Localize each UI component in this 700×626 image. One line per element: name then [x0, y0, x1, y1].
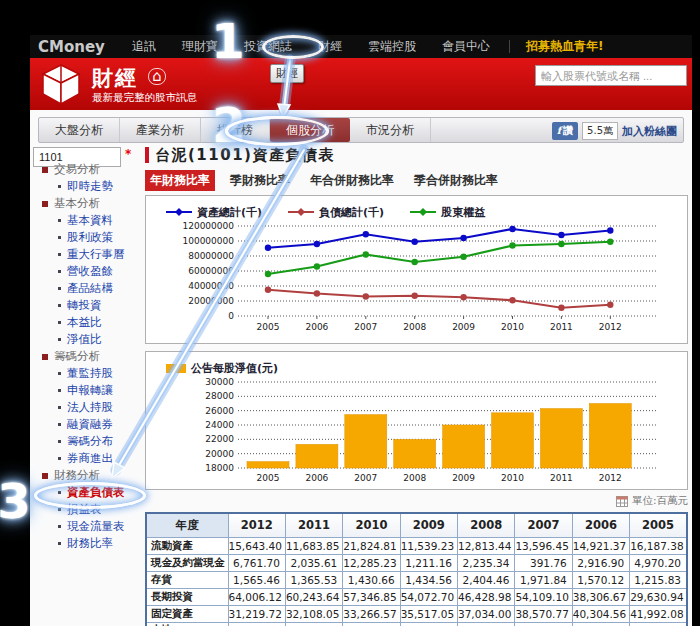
- subtab-季合併財務比率[interactable]: 季合併財務比率: [409, 170, 503, 191]
- topnav-item-理財寶[interactable]: 理財寶: [169, 38, 231, 55]
- cell-value: 15,643.40: [228, 537, 285, 554]
- sidebar-label: 融資融券: [67, 416, 113, 433]
- subtab-年合併財務比率[interactable]: 年合併財務比率: [305, 170, 399, 191]
- sidebar-label: 重大行事曆: [67, 246, 125, 263]
- table-row: 土地3,060.733,060.733,060.733,011.003,011.…: [146, 622, 687, 626]
- bullet-icon: [42, 201, 48, 207]
- cell-value: 60,243.64: [285, 588, 342, 605]
- subtab-季財務比率[interactable]: 季財務比率: [225, 170, 295, 191]
- bullet-icon: [58, 304, 61, 307]
- tab-排行榜[interactable]: 排行榜: [201, 118, 270, 142]
- bullet-icon: [58, 372, 61, 375]
- sidebar-label: 產品結構: [67, 280, 113, 297]
- tab-個股分析[interactable]: 個股分析: [270, 118, 350, 142]
- column-header-2009: 2009: [400, 513, 457, 537]
- row-label-存貨: 存貨: [146, 571, 228, 588]
- bullet-icon: [58, 508, 61, 511]
- bullet-icon: [58, 406, 61, 409]
- svg-text:22000: 22000: [205, 434, 234, 444]
- cell-value: 32,108.05: [285, 605, 342, 622]
- report-subtabs: 年財務比率季財務比率年合併財務比率季合併財務比率: [145, 170, 503, 190]
- cell-value: 3,011.00: [400, 622, 457, 626]
- legend-label: 股東權益: [441, 205, 485, 220]
- svg-text:2011: 2011: [550, 322, 573, 332]
- row-label-現金及約當現金: 現金及約當現金: [146, 554, 228, 571]
- bullet-icon: [58, 270, 61, 273]
- bullet-icon: [58, 457, 61, 460]
- svg-text:0: 0: [228, 311, 234, 321]
- cell-value: 35,517.05: [400, 605, 457, 622]
- join-fans-link[interactable]: 加入粉絲團: [622, 124, 677, 139]
- bullet-icon: [58, 236, 61, 239]
- topnav-item-會員中心[interactable]: 會員中心: [429, 38, 503, 55]
- legend-label: 資產總計(千): [197, 205, 262, 220]
- sidebar-label: 籌碼分布: [67, 433, 113, 450]
- bullet-icon: [58, 321, 61, 324]
- row-label-固定資產: 固定資產: [146, 605, 228, 622]
- bullet-icon: [58, 491, 61, 494]
- cell-value: 38,570.77: [515, 605, 572, 622]
- table-body: 流動資產15,643.4011,683.8521,824.8111,539.23…: [146, 537, 687, 626]
- table-row: 現金及約當現金6,761.702,035.6112,285.231,211.16…: [146, 554, 687, 571]
- cell-value: 1,215.83: [630, 571, 687, 588]
- svg-text:2009: 2009: [452, 473, 475, 483]
- sidebar-label: 券商進出: [67, 450, 113, 467]
- recruit-link[interactable]: 招募熱血青年!: [516, 38, 613, 55]
- cell-value: 1,570.12: [572, 571, 629, 588]
- svg-text:2010: 2010: [501, 322, 524, 332]
- bullet-icon: [58, 542, 61, 545]
- sidebar-label: 損益表: [67, 501, 102, 518]
- topnav-item-雲端控股[interactable]: 雲端控股: [355, 38, 429, 55]
- cell-value: 41,992.08: [630, 605, 687, 622]
- unit-label: 單位:百萬元: [632, 494, 688, 508]
- column-header-2011: 2011: [285, 513, 342, 537]
- line-chart: 0200000004000000060000000800000001000000…: [146, 220, 687, 342]
- section-tabbar: 大盤分析產業分析排行榜個股分析市況分析 f讚 5.5萬 加入粉絲團: [38, 117, 684, 143]
- tab-大盤分析[interactable]: 大盤分析: [39, 118, 120, 142]
- bar-chart: 1800020000220002400026000280003000020052…: [146, 376, 687, 488]
- balance-sheet-table: 年度20122011201020092008200720062005 流動資產1…: [145, 512, 688, 626]
- column-header-2010: 2010: [343, 513, 400, 537]
- sidebar-label: 轉投資: [67, 297, 102, 314]
- facebook-like-count: 5.5萬: [582, 122, 618, 140]
- facebook-like-button[interactable]: f讚: [552, 122, 578, 140]
- cell-value: 1,365.53: [285, 571, 342, 588]
- topnav-item-投資網誌[interactable]: 投資網誌: [231, 38, 305, 55]
- tab-市況分析[interactable]: 市況分析: [350, 118, 431, 142]
- bar-chart-legend: 公告每股淨值(元): [146, 352, 687, 376]
- cell-value: 2,035.61: [285, 554, 342, 571]
- svg-text:120000000: 120000000: [182, 221, 234, 231]
- legend-item-負債總計(千): 負債總計(千): [288, 205, 384, 220]
- nav-divider: [509, 40, 510, 53]
- topnav-item-財經[interactable]: 財經: [305, 38, 355, 55]
- bullet-icon: [58, 423, 61, 426]
- bullet-icon: [58, 219, 61, 222]
- cell-value: 12,285.23: [343, 554, 400, 571]
- bullet-icon: [58, 389, 61, 392]
- svg-text:2009: 2009: [452, 322, 475, 332]
- subtab-年財務比率[interactable]: 年財務比率: [145, 170, 215, 191]
- cmoney-logo[interactable]: CMoney: [38, 38, 105, 56]
- bullet-icon: [58, 525, 61, 528]
- home-icon[interactable]: ⌂: [148, 68, 166, 85]
- table-header: 年度20122011201020092008200720062005: [146, 513, 687, 537]
- year-column-header: 年度: [146, 513, 228, 537]
- finance-tooltip: 財經: [270, 64, 304, 83]
- cell-value: 12,813.44: [458, 537, 515, 554]
- stock-search-input[interactable]: [535, 65, 687, 86]
- tab-產業分析[interactable]: 產業分析: [120, 118, 201, 142]
- cell-value: 3,011.00: [515, 622, 572, 626]
- svg-text:2008: 2008: [403, 473, 426, 483]
- svg-text:20000000: 20000000: [188, 296, 234, 306]
- bullet-icon: [42, 473, 48, 479]
- svg-text:2006: 2006: [305, 473, 328, 483]
- cell-value: 21,824.81: [343, 537, 400, 554]
- topnav-item-追訊[interactable]: 追訊: [119, 38, 169, 55]
- cell-value: 14,921.37: [572, 537, 629, 554]
- cell-value: 3,011.00: [458, 622, 515, 626]
- tabs: 大盤分析產業分析排行榜個股分析市況分析: [39, 118, 431, 142]
- sidebar-label: 資產負債表: [67, 484, 125, 501]
- cube-logo-icon: [38, 61, 84, 107]
- bar-chart-panel: 公告每股淨值(元) 180002000022000240002600028000…: [145, 351, 688, 490]
- cell-value: 3,060.73: [343, 622, 400, 626]
